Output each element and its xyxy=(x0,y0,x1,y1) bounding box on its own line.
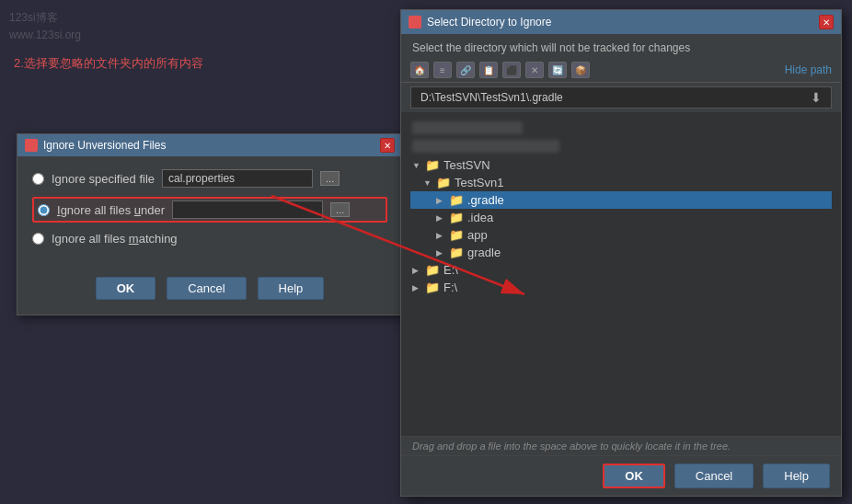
toolbar-block-icon[interactable]: ⬛ xyxy=(502,62,521,78)
ignore-dialog-title: Ignore Unversioned Files xyxy=(43,139,166,152)
select-dir-ok-button[interactable]: OK xyxy=(603,464,665,488)
ignore-option3-label: Ignore all files matching xyxy=(52,232,178,246)
select-dir-help-button[interactable]: Help xyxy=(763,464,830,488)
ignore-option1-input[interactable] xyxy=(162,169,313,188)
toolbar-menu-icon[interactable]: ≡ xyxy=(433,62,452,78)
ignore-option1-label: Ignore specified file xyxy=(52,172,155,186)
folder-icon-f: 📁 xyxy=(425,281,440,294)
select-dir-titlebar: Select Directory to Ignore ✕ xyxy=(401,10,841,34)
ignore-option2-label: Ignore all files under xyxy=(57,203,165,217)
toolbar-link-icon[interactable]: 🔗 xyxy=(456,62,475,78)
toolbar-home-icon[interactable]: 🏠 xyxy=(410,62,429,78)
expander-testsvn1: ▼ xyxy=(423,178,436,188)
path-bar: D:\TestSVN\TestSvn1\.gradle ⬇ xyxy=(410,86,832,109)
select-dir-close-button[interactable]: ✕ xyxy=(819,15,834,29)
tree-area[interactable]: ▼ 📁 TestSVN ▼ 📁 TestSvn1 ▶ 📁 .gradle ▶ 📁… xyxy=(401,112,841,436)
ignore-option3-row: Ignore all files matching xyxy=(32,232,387,246)
tree-node-idea[interactable]: ▶ 📁 .idea xyxy=(410,209,832,226)
ignore-dialog-title-icon xyxy=(25,139,38,152)
ignore-ok-button[interactable]: OK xyxy=(96,277,156,300)
select-dir-title-icon xyxy=(409,16,421,29)
select-dir-dialog: Select Directory to Ignore ✕ Select the … xyxy=(400,9,842,497)
toolbar-package-icon[interactable]: 📦 xyxy=(571,62,590,78)
expander-f: ▶ xyxy=(412,283,425,292)
folder-icon-gradle2: 📁 xyxy=(449,246,464,259)
ignore-option1-row: Ignore specified file ... xyxy=(32,169,387,188)
expander-app: ▶ xyxy=(436,231,449,240)
ignore-cancel-button[interactable]: Cancel xyxy=(167,277,246,300)
ignore-option2-browse-button[interactable]: ... xyxy=(330,202,350,217)
blurred-node-1 xyxy=(410,120,832,136)
ignore-option2-radio[interactable] xyxy=(38,204,50,216)
path-text: D:\TestSVN\TestSvn1\.gradle xyxy=(420,91,811,104)
select-dir-subtitle: Select the directory which will not be t… xyxy=(401,34,841,58)
tree-node-app[interactable]: ▶ 📁 app xyxy=(410,226,832,244)
annotation-text: 2.选择要忽略的文件夹内的所有内容 xyxy=(14,55,203,72)
ignore-dialog-close-button[interactable]: ✕ xyxy=(380,138,395,153)
ignore-option2-input[interactable] xyxy=(172,200,323,219)
expander-testsvn: ▼ xyxy=(412,161,425,170)
ignore-dialog-titlebar: Ignore Unversioned Files ✕ xyxy=(17,134,402,156)
tree-label-app: app xyxy=(467,228,488,242)
tree-label-e: E:\ xyxy=(443,263,458,277)
tree-node-testsvn[interactable]: ▼ 📁 TestSVN xyxy=(410,156,832,174)
toolbar-copy-icon[interactable]: 📋 xyxy=(479,62,498,78)
select-dir-toolbar: 🏠 ≡ 🔗 📋 ⬛ ✕ 🔄 📦 Hide path xyxy=(401,58,841,83)
tree-label-testsvn1: TestSvn1 xyxy=(455,176,503,189)
folder-icon-app: 📁 xyxy=(449,228,464,242)
expander-e: ▶ xyxy=(412,266,425,275)
blurred-node-2 xyxy=(410,138,832,155)
select-dir-cancel-button[interactable]: Cancel xyxy=(674,464,754,488)
ignore-dialog-buttons: OK Cancel Help xyxy=(17,268,402,315)
tree-label-idea: .idea xyxy=(467,211,493,224)
tree-label-testsvn: TestSVN xyxy=(443,158,490,172)
toolbar-refresh-icon[interactable]: 🔄 xyxy=(548,62,567,78)
tree-node-f[interactable]: ▶ 📁 F:\ xyxy=(410,279,832,296)
toolbar-icons-group: 🏠 ≡ 🔗 📋 ⬛ ✕ 🔄 📦 xyxy=(410,62,590,78)
ignore-dialog-content: Ignore specified file ... Ignore all fil… xyxy=(17,156,402,268)
folder-icon-e: 📁 xyxy=(425,263,440,277)
watermark: 123si博客 www.123si.org xyxy=(9,9,81,44)
select-dir-title: Select Directory to Ignore xyxy=(427,16,551,29)
ignore-help-button[interactable]: Help xyxy=(258,277,325,300)
folder-icon-testsvn1: 📁 xyxy=(436,176,451,189)
hide-path-link[interactable]: Hide path xyxy=(785,63,832,76)
select-dir-buttons: OK Cancel Help xyxy=(401,455,841,496)
folder-icon-idea: 📁 xyxy=(449,211,464,224)
ignore-option1-radio[interactable] xyxy=(32,173,44,185)
folder-icon-testsvn: 📁 xyxy=(425,158,440,172)
hint-bar: Drag and drop a file into the space abov… xyxy=(401,436,841,455)
ignore-dialog: Ignore Unversioned Files ✕ Ignore specif… xyxy=(17,133,403,315)
tree-node-gradle2[interactable]: ▶ 📁 gradle xyxy=(410,244,832,261)
expander-gradle: ▶ xyxy=(436,196,449,205)
tree-node-testsvn1[interactable]: ▼ 📁 TestSvn1 xyxy=(410,174,832,191)
path-dropdown-icon[interactable]: ⬇ xyxy=(811,90,822,105)
tree-node-e[interactable]: ▶ 📁 E:\ xyxy=(410,261,832,279)
expander-idea: ▶ xyxy=(436,213,449,223)
folder-icon-gradle: 📁 xyxy=(449,193,464,207)
tree-label-f: F:\ xyxy=(443,281,457,294)
tree-label-gradle2: gradle xyxy=(467,246,501,259)
ignore-option1-browse-button[interactable]: ... xyxy=(320,171,340,186)
ignore-option3-radio[interactable] xyxy=(32,233,44,245)
ignore-option2-row: Ignore all files under ... xyxy=(32,197,387,223)
expander-gradle2: ▶ xyxy=(436,248,449,258)
tree-label-gradle: .gradle xyxy=(467,193,504,207)
tree-node-gradle[interactable]: ▶ 📁 .gradle xyxy=(410,191,832,209)
toolbar-close-icon[interactable]: ✕ xyxy=(525,62,544,78)
